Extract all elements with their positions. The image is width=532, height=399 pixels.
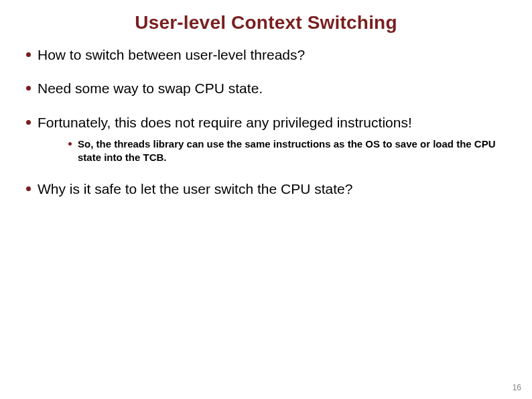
bullet-text: How to switch between user-level threads… <box>38 47 305 62</box>
bullet-list: How to switch between user-level threads… <box>20 46 512 198</box>
bullet-text: Need some way to swap CPU state. <box>38 80 263 96</box>
list-item: Need some way to swap CPU state. <box>20 79 512 98</box>
slide: User-level Context Switching How to swit… <box>0 0 532 399</box>
bullet-text: Why is it safe to let the user switch th… <box>38 181 352 196</box>
page-title: User-level Context Switching <box>20 12 512 34</box>
list-item: Fortunately, this does not require any p… <box>20 113 512 165</box>
page-number: 16 <box>513 383 521 392</box>
list-item: Why is it safe to let the user switch th… <box>20 180 512 198</box>
sub-bullet-text: So, the threads library can use the same… <box>78 138 496 163</box>
list-item: How to switch between user-level threads… <box>20 46 512 64</box>
sub-bullet-list: So, the threads library can use the same… <box>38 137 512 165</box>
bullet-text: Fortunately, this does not require any p… <box>38 115 412 130</box>
sub-list-item: So, the threads library can use the same… <box>64 137 512 165</box>
